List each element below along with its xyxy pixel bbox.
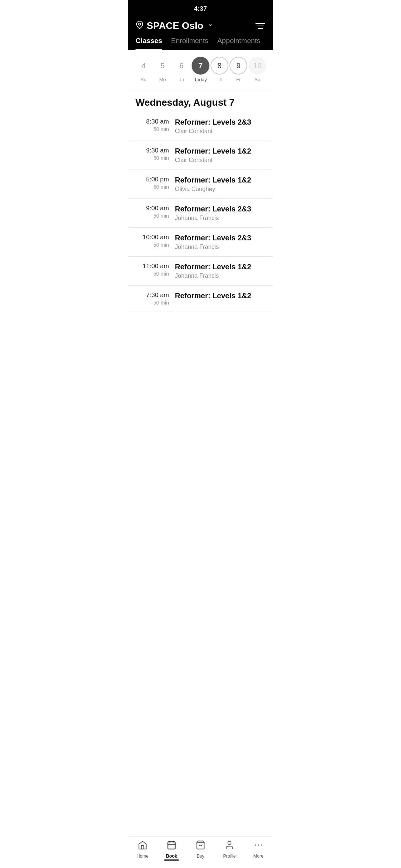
svg-point-0 xyxy=(138,23,141,25)
class-time: 7:30 am 50 min xyxy=(136,292,169,306)
class-time-main: 8:30 am xyxy=(136,118,169,125)
date-6-tuesday[interactable]: 6 Tu xyxy=(173,57,190,82)
class-instructor: Johanna Francis xyxy=(175,244,265,250)
location-pin-icon xyxy=(136,21,144,31)
status-time: 4:37 xyxy=(194,5,207,12)
date-circle-7: 7 xyxy=(192,57,209,75)
class-item[interactable]: 7:30 am 50 min Reformer: Levels 1&2 xyxy=(128,286,273,312)
class-item[interactable]: 10:00 am 50 min Reformer: Levels 2&3 Joh… xyxy=(128,228,273,257)
date-4-sunday[interactable]: 4 Su xyxy=(135,57,153,82)
date-circle-8: 8 xyxy=(211,57,228,75)
nav-tabs: Classes Enrollments Appointments xyxy=(128,32,273,50)
class-item[interactable]: 8:30 am 50 min Reformer: Levels 2&3 Clai… xyxy=(128,112,273,141)
tab-enrollments[interactable]: Enrollments xyxy=(171,37,208,50)
class-time-main: 10:00 am xyxy=(136,234,169,241)
class-duration: 50 min xyxy=(136,300,169,306)
date-label-6: Tu xyxy=(179,77,184,82)
class-duration: 50 min xyxy=(136,271,169,277)
class-instructor: Olivia Caughey xyxy=(175,186,265,193)
date-label-10: Sa xyxy=(254,77,260,82)
tab-appointments[interactable]: Appointments xyxy=(217,37,260,50)
class-name: Reformer: Levels 1&2 xyxy=(175,292,265,300)
class-name: Reformer: Levels 2&3 xyxy=(175,205,265,213)
class-duration: 50 min xyxy=(136,155,169,161)
class-item[interactable]: 9:30 am 50 min Reformer: Levels 1&2 Clai… xyxy=(128,141,273,170)
class-duration: 50 min xyxy=(136,213,169,219)
classes-list: 8:30 am 50 min Reformer: Levels 2&3 Clai… xyxy=(128,112,273,312)
date-label-5: Mo xyxy=(159,77,166,82)
date-label-8: Th xyxy=(217,77,222,82)
location-name: SPACE Oslo xyxy=(147,20,203,32)
class-time-main: 11:00 am xyxy=(136,263,169,270)
class-duration: 50 min xyxy=(136,242,169,248)
class-duration: 50 min xyxy=(136,184,169,190)
class-name: Reformer: Levels 1&2 xyxy=(175,263,265,271)
class-time-main: 5:00 pm xyxy=(136,176,169,183)
class-time-main: 7:30 am xyxy=(136,292,169,299)
class-name: Reformer: Levels 1&2 xyxy=(175,176,265,184)
class-time-main: 9:30 am xyxy=(136,147,169,154)
class-info: Reformer: Levels 1&2 Clair Constant xyxy=(175,147,265,164)
date-label-4: Su xyxy=(141,77,147,82)
class-time-main: 9:00 am xyxy=(136,205,169,212)
header: SPACE Oslo xyxy=(128,16,273,32)
class-time: 9:30 am 50 min xyxy=(136,147,169,161)
date-5-monday[interactable]: 5 Mo xyxy=(154,57,172,82)
class-item[interactable]: 11:00 am 50 min Reformer: Levels 1&2 Joh… xyxy=(128,257,273,286)
date-10-saturday[interactable]: 10 Sa xyxy=(248,57,266,82)
class-name: Reformer: Levels 2&3 xyxy=(175,118,265,126)
date-9-friday[interactable]: 9 Fr xyxy=(229,57,247,82)
class-time: 8:30 am 50 min xyxy=(136,118,169,132)
date-circle-6: 6 xyxy=(173,57,190,75)
class-item[interactable]: 5:00 pm 50 min Reformer: Levels 1&2 Oliv… xyxy=(128,170,273,199)
class-duration: 50 min xyxy=(136,126,169,132)
date-circle-4: 4 xyxy=(135,57,153,75)
class-info: Reformer: Levels 2&3 Johanna Francis xyxy=(175,234,265,250)
class-instructor: Johanna Francis xyxy=(175,215,265,221)
class-info: Reformer: Levels 2&3 Johanna Francis xyxy=(175,205,265,221)
location-selector[interactable]: SPACE Oslo xyxy=(136,20,213,32)
class-name: Reformer: Levels 1&2 xyxy=(175,147,265,155)
date-label-7: Today xyxy=(194,77,207,82)
class-info: Reformer: Levels 1&2 Johanna Francis xyxy=(175,263,265,279)
class-instructor: Clair Constant xyxy=(175,128,265,135)
class-instructor: Clair Constant xyxy=(175,157,265,164)
date-circle-9: 9 xyxy=(229,57,247,75)
class-time: 9:00 am 50 min xyxy=(136,205,169,219)
date-8-thursday[interactable]: 8 Th xyxy=(211,57,228,82)
date-label-9: Fr xyxy=(236,77,241,82)
date-heading: Wednesday, August 7 xyxy=(128,89,273,112)
class-item[interactable]: 9:00 am 50 min Reformer: Levels 2&3 Joha… xyxy=(128,199,273,228)
class-info: Reformer: Levels 1&2 xyxy=(175,292,265,302)
class-time: 5:00 pm 50 min xyxy=(136,176,169,190)
date-picker: 4 Su 5 Mo 6 Tu 7 Today 8 Th 9 Fr 10 Sa xyxy=(128,50,273,89)
status-bar: 4:37 xyxy=(128,0,273,16)
class-time: 10:00 am 50 min xyxy=(136,234,169,248)
date-7-today[interactable]: 7 Today xyxy=(192,57,209,82)
date-circle-10: 10 xyxy=(248,57,266,75)
filter-button[interactable] xyxy=(255,22,265,30)
chevron-down-icon xyxy=(208,23,213,29)
class-instructor: Johanna Francis xyxy=(175,273,265,279)
date-circle-5: 5 xyxy=(154,57,172,75)
class-time: 11:00 am 50 min xyxy=(136,263,169,277)
class-info: Reformer: Levels 1&2 Olivia Caughey xyxy=(175,176,265,193)
class-name: Reformer: Levels 2&3 xyxy=(175,234,265,242)
class-info: Reformer: Levels 2&3 Clair Constant xyxy=(175,118,265,135)
tab-classes[interactable]: Classes xyxy=(136,37,162,50)
